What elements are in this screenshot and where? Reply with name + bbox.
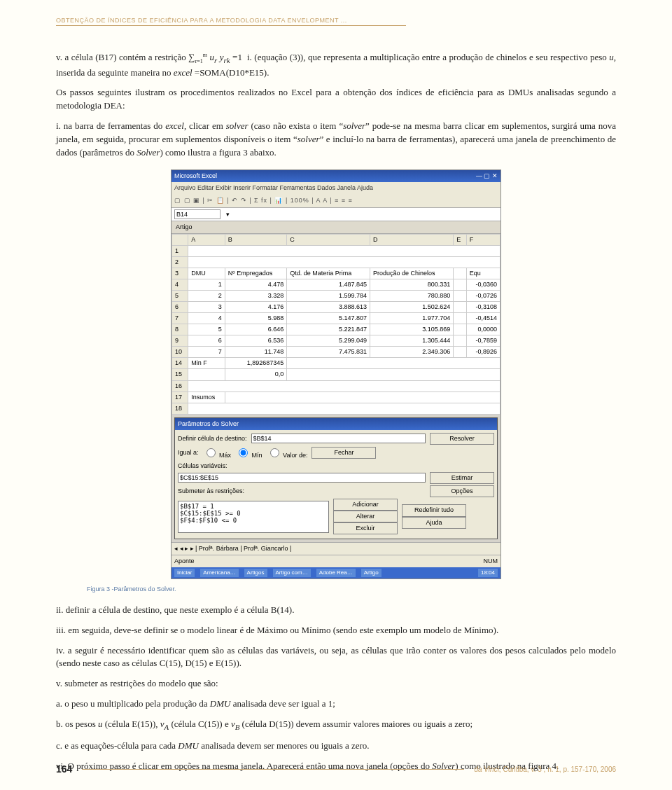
taskbar[interactable]: Iniciar Americana… Artigos Artigo com… A… (172, 567, 500, 578)
solver-delete-button[interactable]: Excluir (333, 522, 398, 534)
para-v-a: a. o peso u multiplicado pela produção d… (56, 698, 616, 711)
para-v2: v. submeter as restrições do modelo que … (56, 677, 616, 691)
para-iii: iii. em seguida, deve-se definir se o mo… (56, 624, 616, 637)
solver-min-radio[interactable] (239, 448, 248, 457)
solver-options-button[interactable]: Opções (430, 485, 494, 497)
toolbar[interactable]: ▢ ▢ ▣ | ✂ 📋 | ↶ ↷ | Σ fx | 📊 | 100% | A … (172, 194, 500, 208)
para-os-passos: Os passos seguintes ilustram os procedim… (56, 86, 616, 113)
solver-value-radio[interactable] (270, 448, 279, 457)
spreadsheet-grid[interactable]: ABCDEF 1 2 3DMUNº EmpregadosQtd. de Mate… (172, 234, 500, 415)
solver-target-input[interactable] (251, 434, 426, 443)
solver-constraints-list[interactable]: $B$17 = 1 $C$15:$E$15 >= 0 $F$4:$F$10 <=… (178, 501, 329, 533)
page-footer: 164 da Vinci, Curitiba, v. 3 , n. 1, p. … (56, 763, 616, 775)
status-bar: AponteNUM (172, 555, 500, 567)
name-box[interactable] (174, 209, 220, 219)
figure-3-caption: Figura 3 -Parâmetros do Solver. (87, 585, 616, 594)
solver-max-radio[interactable] (206, 448, 216, 457)
solver-solve-button[interactable]: Resolver (430, 433, 494, 445)
solver-guess-button[interactable]: Estimar (430, 472, 494, 484)
running-head: OBTENÇÃO DE ÍNDICES DE EFICIÊNCIA PARA A… (56, 17, 347, 24)
solver-reset-button[interactable]: Redefinir tudo (402, 504, 466, 516)
menubar[interactable]: Arquivo Editar Exibir Inserir Formatar F… (172, 182, 500, 194)
solver-add-button[interactable]: Adicionar (333, 499, 398, 511)
solver-close-button[interactable]: Fechar (312, 447, 376, 459)
solver-dialog: Parâmetros do Solver Definir célula de d… (174, 417, 498, 539)
para-iv: iv. a seguir é necessário identificar qu… (56, 644, 616, 671)
para-v-b: b. os pesos u (célula E(15)), vA (célula… (56, 718, 616, 733)
app-title: Microsoft Excel (174, 172, 217, 181)
window-controls[interactable]: — ▢ ✕ (476, 172, 498, 181)
solver-help-button[interactable]: Ajuda (402, 517, 466, 529)
solver-title: Parâmetros do Solver (175, 418, 497, 430)
window-titlebar: Microsoft Excel — ▢ ✕ (172, 170, 500, 182)
sheet-tabs[interactable]: ◂ ◂ ▸ ▸ | Profª. Bárbara | Profª. Gianca… (172, 542, 500, 555)
footer-citation: da Vinci, Curitiba, v. 3 , n. 1, p. 157-… (474, 765, 616, 773)
figure-3: Microsoft Excel — ▢ ✕ Arquivo Editar Exi… (56, 169, 616, 579)
para-ii: ii. definir a célula de destino, que nes… (56, 604, 616, 617)
para-v-c: c. e as equações‑célula para cada DMU an… (56, 740, 616, 753)
page-number: 164 (56, 763, 72, 775)
excel-window: Microsoft Excel — ▢ ✕ Arquivo Editar Exi… (171, 169, 501, 579)
para-i: i. na barra de ferramentas do excel, cli… (56, 120, 616, 160)
solver-change-button[interactable]: Alterar (333, 511, 398, 522)
solver-vars-input[interactable] (178, 473, 426, 483)
para-v: v. a célula (B17) contém a restrição ∑r=… (56, 51, 616, 79)
name-box-bar: ▾ (172, 208, 500, 221)
workbook-tab[interactable]: Artigo (172, 221, 500, 234)
running-rule (56, 25, 406, 26)
